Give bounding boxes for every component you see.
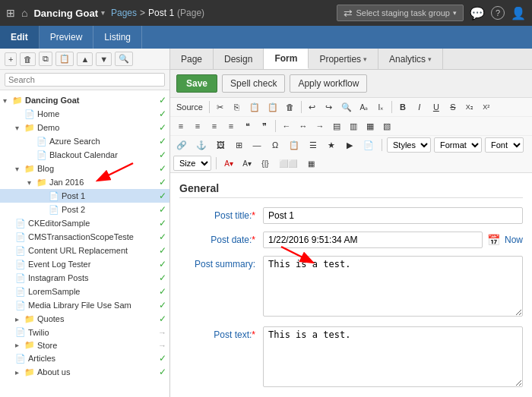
font-select[interactable]: Font (485, 137, 524, 153)
doc-button[interactable]: 📄 (360, 137, 377, 153)
tree-node-blog[interactable]: ▾ 📁 Blog ✓ (0, 162, 169, 175)
tree-node-instagram[interactable]: 📄 Instagram Posts ✓ (0, 271, 169, 285)
delete-node-button[interactable]: 🗑 (20, 52, 36, 66)
post-title-input[interactable] (263, 207, 523, 224)
search-input[interactable] (5, 73, 165, 87)
tree-node-lorem[interactable]: 📄 LoremSample ✓ (0, 285, 169, 298)
search-node-button[interactable]: 🔍 (115, 52, 133, 66)
bold-button[interactable]: B (395, 99, 410, 115)
redo-button[interactable]: ↪ (321, 99, 337, 115)
table-button[interactable]: ⊞ (231, 137, 246, 153)
post-summary-input[interactable]: This is a test. (263, 256, 523, 317)
tab-analytics[interactable]: Analytics ▾ (378, 49, 443, 69)
align4-button[interactable]: ▧ (379, 118, 394, 134)
now-link[interactable]: Now (505, 235, 523, 245)
strikethrough-button[interactable]: S (445, 99, 461, 115)
italic-button[interactable]: I (412, 99, 427, 115)
link-button[interactable]: 🔗 (173, 137, 190, 153)
tab-edit[interactable]: Edit (0, 26, 40, 49)
hrule-button[interactable]: — (249, 137, 264, 153)
app-grid-icon[interactable]: ⊞ (6, 7, 15, 19)
play-button[interactable]: ▶ (342, 137, 357, 153)
bg-color-button[interactable]: A▾ (239, 156, 255, 171)
list-unordered-button[interactable]: ≡ (190, 118, 205, 134)
help-icon[interactable]: ? (491, 6, 505, 20)
breadcrumb-pages-link[interactable]: Pages (111, 8, 137, 18)
tree-node-ckeditor[interactable]: 📄 CKEditorSample ✓ (0, 216, 169, 230)
tab-properties[interactable]: Properties ▾ (309, 49, 378, 69)
indent-button[interactable]: ≡ (207, 118, 222, 134)
list3-button[interactable]: ☰ (306, 137, 321, 153)
search-replace-button[interactable]: Aₐ (356, 99, 372, 115)
save-button[interactable]: Save (176, 74, 217, 93)
outdent-button[interactable]: ≡ (223, 118, 239, 134)
tree-node-contenturl[interactable]: 📄 Content URL Replacement ✓ (0, 244, 169, 257)
tree-node-azure[interactable]: 📄 Azure Search ✓ (0, 134, 169, 148)
tree-node-dancing-goat[interactable]: ▾ 📁 Dancing Goat ✓ (0, 93, 169, 107)
omega-button[interactable]: Ω (268, 137, 283, 153)
format-select[interactable]: Format (434, 137, 482, 153)
tab-listing[interactable]: Listing (93, 26, 142, 49)
align-center-button[interactable]: ↔ (296, 118, 311, 134)
remove-format-button[interactable]: Iₓ (373, 99, 388, 115)
image-button[interactable]: 🖼 (213, 137, 228, 153)
anchor-button[interactable]: ⚓ (193, 137, 210, 153)
source-button[interactable]: Source (173, 99, 206, 115)
align-left-button[interactable]: ← (279, 118, 294, 134)
home-icon[interactable]: ⌂ (21, 7, 27, 19)
tree-node-cmstransaction[interactable]: 📄 CMSTransactionScopeTeste ✓ (0, 230, 169, 244)
tab-design[interactable]: Design (214, 49, 264, 69)
tree-node-store[interactable]: ▸ 📁 Store → (0, 339, 169, 351)
template-button[interactable]: {|} (258, 156, 273, 171)
delete-button[interactable]: 🗑 (283, 99, 298, 115)
fullscreen-button[interactable]: ⬜⬜ (276, 156, 300, 171)
align3-button[interactable]: ▦ (363, 118, 378, 134)
paste-button[interactable]: 📋 (246, 99, 263, 115)
tree-node-quotes[interactable]: ▸ 📁 Quotes ✓ (0, 312, 169, 326)
styles-select[interactable]: Styles (387, 137, 431, 153)
copy-button[interactable]: ⎘ (230, 99, 245, 115)
underline-button[interactable]: U (429, 99, 444, 115)
star-button[interactable]: ★ (324, 137, 339, 153)
add-node-button[interactable]: + (5, 52, 17, 66)
subscript-button[interactable]: X₂ (462, 99, 477, 115)
post-date-input[interactable] (263, 232, 483, 248)
paste-node-button[interactable]: 📋 (55, 52, 74, 66)
showblocks-button[interactable]: ▦ (303, 156, 318, 171)
align2-button[interactable]: ▥ (346, 118, 361, 134)
staging-button[interactable]: ⇄ Select staging task group ▾ (337, 5, 464, 21)
chat-icon[interactable]: 💬 (470, 6, 485, 20)
spell-check-button[interactable]: Spell check (222, 74, 285, 93)
tab-form[interactable]: Form (264, 49, 309, 69)
tree-node-eventlog[interactable]: 📄 Event Log Tester ✓ (0, 257, 169, 271)
blockquote2-button[interactable]: ❞ (257, 118, 272, 134)
calendar-icon[interactable]: 📅 (487, 234, 500, 246)
paste-text-button[interactable]: 📋 (264, 99, 281, 115)
post-text-input[interactable]: This is a test. (263, 326, 523, 387)
tab-page[interactable]: Page (170, 49, 214, 69)
cut-button[interactable]: ✂ (213, 99, 228, 115)
align-justify-button[interactable]: ▤ (329, 118, 344, 134)
tree-node-blackout[interactable]: 📄 Blackout Calendar ✓ (0, 148, 169, 162)
tab-preview[interactable]: Preview (40, 26, 94, 49)
blockquote-button[interactable]: ❝ (240, 118, 255, 134)
apply-workflow-button[interactable]: Apply workflow (290, 74, 367, 93)
tree-node-jan2016[interactable]: ▾ 📁 Jan 2016 ✓ (0, 175, 169, 189)
list-ordered-button[interactable]: ≡ (173, 118, 188, 134)
move-up-button[interactable]: ▲ (77, 52, 93, 66)
superscript-button[interactable]: X² (479, 99, 494, 115)
undo-button[interactable]: ↩ (305, 99, 320, 115)
tree-node-media[interactable]: 📄 Media Library File Use Sam ✓ (0, 298, 169, 312)
user-icon[interactable]: 👤 (511, 6, 526, 20)
paste3-button[interactable]: 📋 (286, 137, 302, 153)
tree-node-home[interactable]: 📄 Home ✓ (0, 107, 169, 121)
align-right-button[interactable]: → (312, 118, 328, 134)
tree-node-post1[interactable]: 📄 Post 1 ✓ (0, 189, 169, 203)
copy-node-button[interactable]: ⧉ (39, 52, 52, 66)
find-button[interactable]: 🔍 (338, 99, 355, 115)
tree-node-demo[interactable]: ▾ 📁 Demo ✓ (0, 121, 169, 134)
tree-node-twilio[interactable]: 📄 Twilio → (0, 326, 169, 339)
tree-node-articles[interactable]: 📄 Articles ✓ (0, 351, 169, 365)
font-color-button[interactable]: A▾ (221, 156, 236, 171)
site-title[interactable]: Dancing Goat ▾ (33, 8, 105, 19)
